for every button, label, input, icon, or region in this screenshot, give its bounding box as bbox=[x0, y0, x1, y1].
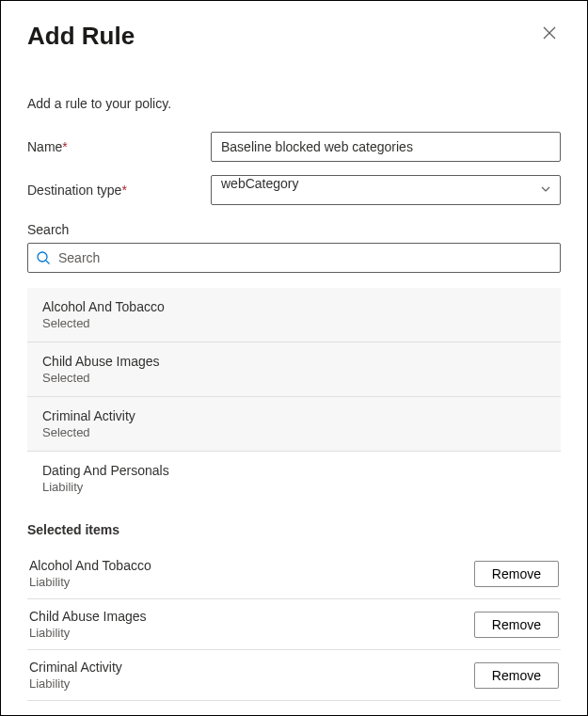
selected-item: Alcohol And Tobacco Liability Remove bbox=[27, 549, 561, 599]
remove-button[interactable]: Remove bbox=[474, 662, 559, 689]
selected-item-sub: Liability bbox=[29, 676, 122, 691]
selected-item-sub: Liability bbox=[29, 626, 147, 640]
list-item-sub: Selected bbox=[42, 371, 546, 385]
close-icon bbox=[542, 25, 557, 40]
selected-item-title: Child Abuse Images bbox=[29, 609, 147, 624]
search-box[interactable] bbox=[27, 243, 561, 273]
remove-button[interactable]: Remove bbox=[474, 612, 559, 638]
name-input[interactable] bbox=[211, 132, 561, 162]
svg-line-3 bbox=[46, 261, 50, 264]
list-item[interactable]: Alcohol And Tobacco Selected bbox=[27, 288, 561, 342]
list-item[interactable]: Criminal Activity Selected bbox=[27, 397, 561, 452]
selected-item-text: Alcohol And Tobacco Liability bbox=[29, 558, 151, 589]
list-item-title: Child Abuse Images bbox=[42, 354, 546, 369]
destination-type-select[interactable]: webCategory bbox=[211, 175, 561, 205]
search-section: Search Alcohol And Tobacco Selected Chil… bbox=[27, 222, 561, 500]
svg-point-2 bbox=[38, 252, 47, 262]
list-item-sub: Liability bbox=[42, 480, 546, 494]
selected-item-sub: Liability bbox=[29, 575, 151, 589]
name-label: Name* bbox=[27, 139, 211, 154]
selected-item-title: Alcohol And Tobacco bbox=[29, 558, 151, 573]
close-button[interactable] bbox=[538, 22, 561, 44]
list-item-title: Criminal Activity bbox=[42, 408, 546, 423]
panel-header: Add Rule bbox=[27, 22, 561, 51]
list-item-sub: Selected bbox=[42, 425, 546, 439]
selected-item: Criminal Activity Liability Remove bbox=[27, 650, 561, 701]
selected-items-heading: Selected items bbox=[27, 522, 561, 537]
selected-item-title: Criminal Activity bbox=[29, 660, 122, 675]
category-list[interactable]: Alcohol And Tobacco Selected Child Abuse… bbox=[27, 288, 561, 500]
search-input[interactable] bbox=[58, 250, 552, 265]
search-label: Search bbox=[27, 222, 561, 237]
panel-title: Add Rule bbox=[27, 22, 135, 51]
list-item-title: Dating And Personals bbox=[42, 463, 546, 478]
remove-button[interactable]: Remove bbox=[474, 561, 559, 587]
list-item-sub: Selected bbox=[42, 316, 546, 330]
add-rule-panel: Add Rule Add a rule to your policy. Name… bbox=[0, 0, 588, 716]
destination-type-row: Destination type* webCategory bbox=[27, 175, 561, 205]
list-item[interactable]: Child Abuse Images Selected bbox=[27, 342, 561, 397]
destination-type-label: Destination type* bbox=[27, 183, 211, 198]
selected-item-text: Criminal Activity Liability bbox=[29, 660, 122, 691]
required-indicator: * bbox=[121, 183, 126, 198]
search-icon bbox=[36, 250, 51, 265]
required-indicator: * bbox=[62, 139, 67, 154]
name-row: Name* bbox=[27, 132, 561, 162]
list-item-title: Alcohol And Tobacco bbox=[42, 299, 546, 314]
destination-type-select-wrap: webCategory bbox=[211, 175, 561, 205]
selected-item: Child Abuse Images Liability Remove bbox=[27, 599, 561, 650]
selected-section: Selected items Alcohol And Tobacco Liabi… bbox=[27, 522, 561, 701]
panel-description: Add a rule to your policy. bbox=[27, 96, 561, 111]
selected-item-text: Child Abuse Images Liability bbox=[29, 609, 147, 640]
list-item[interactable]: Dating And Personals Liability bbox=[27, 452, 561, 500]
